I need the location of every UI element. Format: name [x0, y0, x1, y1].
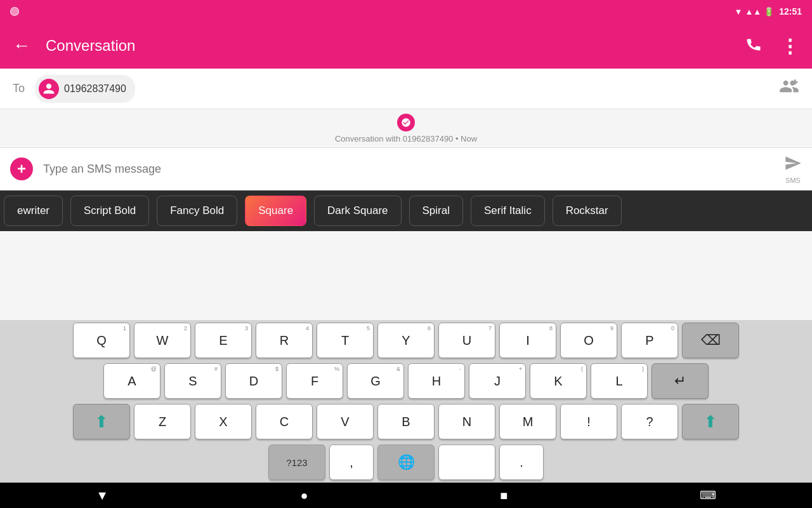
add-contact-icon[interactable] — [779, 76, 799, 101]
key-comma[interactable]: , — [329, 444, 374, 480]
status-left — [10, 7, 19, 16]
key-l[interactable]: )L — [591, 363, 648, 399]
key-p[interactable]: 0P — [621, 323, 678, 358]
key-y[interactable]: 6Y — [377, 323, 435, 358]
key-o[interactable]: 9O — [560, 323, 617, 358]
key-x[interactable]: ⌫ — [682, 323, 739, 358]
font-item-spiral[interactable]: Spiral — [409, 196, 463, 226]
keyboard-row-3: ⬆ZXCVBNM!?⬆ — [0, 401, 812, 442]
font-item-typewriter[interactable]: ewriter — [4, 196, 63, 226]
font-item-square[interactable]: Square — [245, 196, 306, 226]
phone-icon[interactable] — [745, 35, 763, 57]
contact-number: 01962837490 — [64, 83, 126, 95]
to-label: To — [13, 82, 25, 95]
status-bar: ▼ ▲▲ 🔋 12:51 — [0, 0, 812, 23]
key-b[interactable]: B — [377, 404, 435, 439]
key-h[interactable]: -H — [408, 363, 465, 399]
contact-avatar — [39, 79, 59, 99]
font-item-fancy-bold[interactable]: Fancy Bold — [157, 196, 237, 226]
nav-back-icon[interactable]: ▼ — [96, 488, 108, 503]
key-x[interactable]: X — [195, 404, 252, 439]
app-bar-left: ← Conversation — [13, 36, 135, 56]
battery-icon: 🔋 — [764, 7, 774, 17]
keyboard: 1Q2W3E4R5T6Y7U8I9O0P⌫@A#S$D%F&G-H+J(K)L↵… — [0, 320, 812, 483]
key-![interactable]: ! — [560, 404, 617, 439]
signal-icon: ▲▲ — [745, 7, 761, 17]
key-space[interactable] — [438, 444, 495, 480]
key-e[interactable]: 3E — [195, 323, 252, 358]
shift-right-button[interactable]: ⬆ — [682, 404, 739, 439]
send-button[interactable]: SMS — [784, 154, 802, 184]
key-globe[interactable]: 🌐 — [377, 444, 435, 480]
shift-left-button[interactable]: ⬆ — [73, 404, 130, 439]
key-k[interactable]: (K — [530, 363, 587, 399]
nav-home-icon[interactable]: ● — [301, 488, 308, 503]
nav-recent-icon[interactable]: ■ — [500, 488, 508, 503]
status-right: ▼ ▲▲ 🔋 12:51 — [735, 6, 802, 17]
conversation-info: Conversation with 01962837490 • Now — [335, 134, 477, 144]
key-i[interactable]: 8I — [499, 323, 556, 358]
back-button[interactable]: ← — [13, 36, 30, 56]
keyboard-row-2: @A#S$D%F&G-H+J(K)L↵ — [0, 361, 812, 401]
status-icons: ▼ ▲▲ 🔋 — [735, 7, 775, 17]
contact-chip[interactable]: 01962837490 — [35, 75, 135, 103]
key-?[interactable]: ? — [621, 404, 678, 439]
add-attachment-button[interactable]: + — [10, 157, 33, 180]
font-item-rockstar[interactable]: Rockstar — [553, 196, 622, 226]
to-bar: To 01962837490 — [0, 69, 812, 109]
font-item-dark-square[interactable]: Dark Square — [314, 196, 401, 226]
app-bar-actions: ⋮ — [745, 35, 799, 57]
sms-input[interactable] — [43, 163, 776, 176]
conversation-area: Conversation with 01962837490 • Now — [0, 109, 812, 147]
conversation-icon — [397, 114, 415, 131]
key-period[interactable]: . — [499, 444, 544, 480]
key-j[interactable]: +J — [469, 363, 526, 399]
key-n[interactable]: N — [438, 404, 495, 439]
wifi-icon: ▼ — [735, 7, 743, 17]
keyboard-row-4: ?123,🌐. — [0, 442, 812, 483]
key-a[interactable]: @A — [103, 363, 160, 399]
status-time: 12:51 — [779, 6, 802, 17]
key-w[interactable]: 2W — [134, 323, 191, 358]
font-item-script-bold[interactable]: Script Bold — [70, 196, 149, 226]
nav-bar: ▼ ● ■ ⌨ — [0, 483, 812, 508]
key-r[interactable]: 4R — [256, 323, 313, 358]
key-u[interactable]: 7U — [438, 323, 495, 358]
status-dot — [10, 7, 19, 16]
app-bar: ← Conversation ⋮ — [0, 23, 812, 69]
font-selector: ewriterScript BoldFancy BoldSquareDark S… — [0, 190, 812, 231]
send-icon — [784, 154, 802, 177]
key-m[interactable]: M — [499, 404, 556, 439]
key-g[interactable]: &G — [347, 363, 404, 399]
key-c[interactable]: C — [256, 404, 313, 439]
send-label: SMS — [785, 177, 801, 184]
key-f[interactable]: %F — [286, 363, 343, 399]
keyboard-row-1: 1Q2W3E4R5T6Y7U8I9O0P⌫ — [0, 320, 812, 361]
key-v[interactable]: V — [317, 404, 374, 439]
key-d[interactable]: $D — [225, 363, 282, 399]
key-sym[interactable]: ?123 — [268, 444, 325, 480]
message-input-bar: + SMS — [0, 147, 812, 190]
key-q[interactable]: 1Q — [73, 323, 130, 358]
font-item-serif-italic[interactable]: Serif Italic — [471, 196, 545, 226]
more-options-icon[interactable]: ⋮ — [780, 35, 799, 57]
nav-keyboard-icon[interactable]: ⌨ — [700, 488, 716, 502]
key-t[interactable]: 5T — [317, 323, 374, 358]
app-bar-title: Conversation — [46, 37, 135, 55]
key-z[interactable]: Z — [134, 404, 191, 439]
key-x[interactable]: ↵ — [652, 363, 709, 399]
key-s[interactable]: #S — [164, 363, 221, 399]
